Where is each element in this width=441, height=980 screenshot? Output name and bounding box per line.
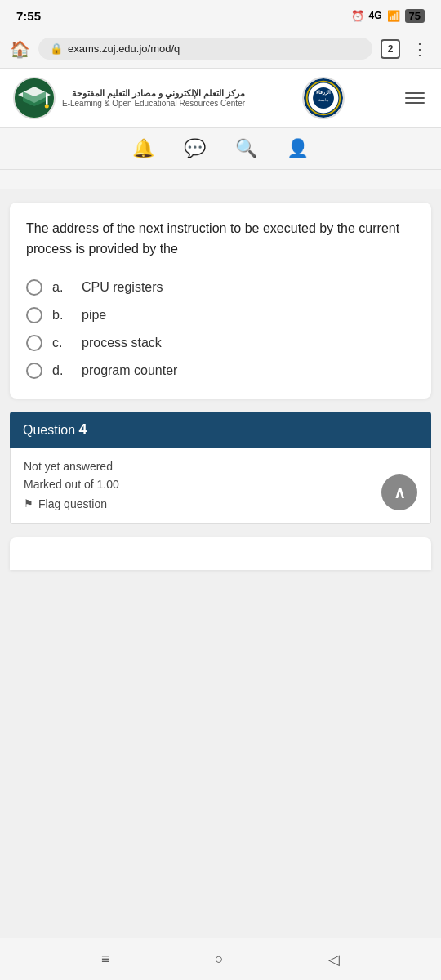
question4-number: 4 bbox=[78, 421, 87, 438]
question4-section: Question 4 Not yet answered Marked out o… bbox=[10, 412, 431, 524]
question4-label: Question bbox=[23, 423, 78, 437]
uni-english-name: E-Learning & Open Educational Resources … bbox=[62, 99, 245, 108]
radio-a[interactable] bbox=[26, 279, 42, 296]
bell-icon[interactable]: 🔔 bbox=[132, 138, 154, 159]
hamburger-line-2 bbox=[405, 97, 425, 99]
svg-point-4 bbox=[45, 105, 49, 109]
search-icon[interactable]: 🔍 bbox=[235, 138, 257, 159]
radio-c[interactable] bbox=[26, 335, 42, 351]
icon-toolbar: 🔔 💬 🔍 👤 bbox=[0, 128, 441, 170]
wifi-signal-icon: 📶 bbox=[387, 10, 400, 22]
breadcrumb-partial bbox=[0, 170, 441, 189]
lock-icon: 🔒 bbox=[50, 42, 63, 55]
uni-text: مركز التعلم الإلكتروني و مصادر التعليم ا… bbox=[62, 88, 245, 108]
hamburger-line-1 bbox=[405, 92, 425, 94]
option-d-text: program counter bbox=[82, 363, 177, 378]
bottom-partial-card bbox=[10, 537, 431, 570]
tab-count-badge[interactable]: 2 bbox=[381, 39, 400, 59]
uni-arabic-name: مركز التعلم الإلكتروني و مصادر التعليم ا… bbox=[62, 88, 245, 99]
question4-body: Not yet answered Marked out of 1.00 ⚑ Fl… bbox=[10, 448, 431, 524]
svg-text:جامعة: جامعة bbox=[318, 98, 329, 102]
radio-d[interactable] bbox=[26, 363, 42, 379]
message-icon[interactable]: 💬 bbox=[184, 138, 206, 159]
status-time: 7:55 bbox=[16, 9, 41, 23]
android-hamburger-button[interactable]: ≡ bbox=[101, 951, 110, 968]
option-c-text: process stack bbox=[82, 336, 162, 350]
android-nav-bar: ≡ ○ ◁ bbox=[0, 938, 441, 980]
profile-icon[interactable]: 👤 bbox=[287, 138, 309, 159]
uni-logo bbox=[13, 77, 56, 119]
android-home-button[interactable]: ○ bbox=[215, 951, 224, 968]
scroll-up-button[interactable]: ∧ bbox=[381, 474, 417, 510]
uni-logo-block: مركز التعلم الإلكتروني و مصادر التعليم ا… bbox=[13, 77, 245, 119]
option-d-label: d. bbox=[52, 363, 72, 378]
hamburger-line-3 bbox=[405, 102, 425, 104]
svg-text:الزرقاء: الزرقاء bbox=[316, 89, 331, 96]
browser-home-button[interactable]: 🏠 bbox=[10, 39, 30, 59]
signal-icon: 4G bbox=[369, 10, 382, 21]
android-back-button[interactable]: ◁ bbox=[328, 951, 340, 969]
flag-icon: ⚑ bbox=[24, 497, 33, 510]
university-header: مركز التعلم الإلكتروني و مصادر التعليم ا… bbox=[0, 69, 441, 128]
status-bar: 7:55 ⏰ 4G 📶 75 bbox=[0, 0, 441, 29]
browser-menu-button[interactable]: ⋮ bbox=[408, 39, 431, 59]
zarqa-logo: الزرقاء جامعة bbox=[302, 77, 345, 119]
url-bar[interactable]: 🔒 exams.zuj.edu.jo/mod/q bbox=[38, 38, 372, 60]
option-d[interactable]: d. program counter bbox=[26, 363, 415, 379]
flag-row[interactable]: ⚑ Flag question bbox=[24, 497, 417, 510]
battery-indicator: 75 bbox=[405, 9, 425, 23]
hamburger-menu-button[interactable] bbox=[402, 89, 428, 107]
option-a[interactable]: a. CPU registers bbox=[26, 279, 415, 296]
question-card: The address of the next instruction to b… bbox=[10, 203, 431, 399]
question-text: The address of the next instruction to b… bbox=[26, 219, 415, 260]
alarm-icon: ⏰ bbox=[351, 10, 364, 22]
marked-out-of-text: Marked out of 1.00 bbox=[24, 478, 417, 491]
option-a-text: CPU registers bbox=[82, 280, 163, 295]
option-c[interactable]: c. process stack bbox=[26, 335, 415, 351]
not-yet-answered-text: Not yet answered bbox=[24, 460, 417, 473]
svg-rect-3 bbox=[46, 95, 48, 105]
question4-header: Question 4 bbox=[10, 412, 431, 448]
radio-b[interactable] bbox=[26, 307, 42, 323]
option-b[interactable]: b. pipe bbox=[26, 307, 415, 323]
browser-bar: 🏠 🔒 exams.zuj.edu.jo/mod/q 2 ⋮ bbox=[0, 29, 441, 69]
option-c-label: c. bbox=[52, 336, 72, 350]
chevron-up-icon: ∧ bbox=[394, 483, 406, 502]
option-a-label: a. bbox=[52, 280, 72, 295]
option-b-text: pipe bbox=[82, 308, 106, 323]
url-text: exams.zuj.edu.jo/mod/q bbox=[68, 42, 180, 55]
answer-options: a. CPU registers b. pipe c. process stac… bbox=[26, 279, 415, 379]
status-icons: ⏰ 4G 📶 75 bbox=[351, 9, 425, 23]
flag-question-text[interactable]: Flag question bbox=[38, 497, 107, 510]
option-b-label: b. bbox=[52, 308, 72, 323]
